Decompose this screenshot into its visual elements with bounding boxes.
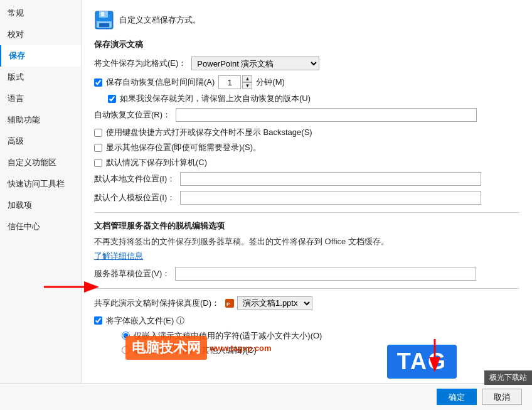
preserve-fidelity-label: 共享此演示文稿时保持保真度(D)： xyxy=(94,298,220,309)
sidebar-item-addins[interactable]: 加载项 xyxy=(0,195,81,216)
svg-text:P: P xyxy=(226,301,230,307)
default-template-label: 默认个人模板位置(I)： xyxy=(94,192,175,203)
default-save-checkbox[interactable] xyxy=(94,159,102,167)
svg-rect-4 xyxy=(99,23,109,27)
show-other-row: 显示其他保存位置(即使可能需要登录)(S)。 xyxy=(94,142,519,153)
header-text: 自定义文档保存方式。 xyxy=(119,14,201,26)
dialog-footer: 确定 取消 xyxy=(0,383,532,410)
embed-all-label: 嵌入所有字符(适于其他人编辑)(C) xyxy=(134,345,257,356)
sidebar-item-customize-ribbon[interactable]: 自定义功能区 xyxy=(0,152,81,173)
default-local-label: 默认本地文件位置(I)： xyxy=(94,173,175,185)
keyboard-row: 使用键盘快捷方式打开或保存文件时不显示 Backstage(S) xyxy=(94,127,519,138)
sidebar: 常规 校对 保存 版式 语言 辅助功能 高级 自定义功能区 xyxy=(0,0,82,383)
bottom-spacer xyxy=(94,359,519,384)
embed-only-label: 仅嵌入演示文稿中使用的字符(适于减小文件大小)(O) xyxy=(134,330,322,342)
embed-fonts-label: 将字体嵌入文件(E) ⓘ xyxy=(106,315,184,326)
autorecover-checkbox[interactable] xyxy=(108,95,116,103)
autosave-checkbox[interactable] xyxy=(94,78,102,87)
learn-more-link[interactable]: 了解详细信息 xyxy=(94,251,143,261)
embed-only-row: 仅嵌入演示文稿中使用的字符(适于减小文件大小)(O) xyxy=(122,330,519,342)
spinner-up-btn[interactable]: ▲ xyxy=(242,75,252,82)
default-save-label: 默认情况下保存到计算机(C) xyxy=(106,157,207,168)
embed-all-row: 嵌入所有字符(适于其他人编辑)(C) xyxy=(122,345,519,356)
dialog-content: 常规 校对 保存 版式 语言 辅助功能 高级 自定义功能区 xyxy=(0,0,532,383)
autosave-unit: 分钟(M) xyxy=(256,77,285,88)
svg-rect-2 xyxy=(101,12,104,16)
autorecover-label: 如果我没保存就关闭，请保留上次自动恢复的版本(U) xyxy=(120,93,311,104)
default-save-row: 默认情况下保存到计算机(C) xyxy=(94,157,519,168)
embed-all-radio[interactable] xyxy=(122,346,130,354)
autorecover-path-input[interactable]: D:\2345Downloads\ xyxy=(176,108,477,122)
autosave-row: 保存自动恢复信息时间间隔(A) ▲ ▼ 分钟(M) xyxy=(94,75,519,89)
autorecover-path-label: 自动恢复文位置(R)： xyxy=(94,109,171,121)
server-draft-input[interactable]: C:\Users\admin\Documents\SharePoint 草稿\ xyxy=(175,267,476,281)
autosave-value-input[interactable] xyxy=(218,75,241,89)
pptx-icon: P xyxy=(225,298,235,308)
format-select[interactable]: PowerPoint 演示文稿 PowerPoint 97-2003 演示文稿 … xyxy=(191,57,319,70)
embed-fonts-checkbox[interactable] xyxy=(94,316,102,325)
embed-only-radio[interactable] xyxy=(122,332,130,340)
divider-2 xyxy=(94,288,519,289)
default-template-input[interactable] xyxy=(180,191,481,205)
confirm-button[interactable]: 确定 xyxy=(437,389,477,405)
default-template-row: 默认个人模板位置(I)： xyxy=(94,191,519,205)
divider-1 xyxy=(94,212,519,213)
section-header: 自定义文档保存方式。 xyxy=(94,10,519,30)
default-local-row: 默认本地文件位置(I)： D:\2345Downloads xyxy=(94,172,519,186)
show-other-label: 显示其他保存位置(即使可能需要登录)(S)。 xyxy=(106,142,261,153)
main-content: 自定义文档保存方式。 保存演示文稿 将文件保存为此格式(E)： PowerPoi… xyxy=(82,0,532,383)
autosave-label: 保存自动恢复信息时间间隔(A) xyxy=(106,77,215,88)
format-label: 将文件保存为此格式(E)： xyxy=(94,58,186,69)
sidebar-item-accessibility[interactable]: 辅助功能 xyxy=(0,109,81,131)
sidebar-item-quick-access[interactable]: 快速访问工具栏 xyxy=(0,173,81,195)
autorecover-path-row: 自动恢复文位置(R)： D:\2345Downloads\ xyxy=(94,108,519,122)
autosave-spinner: ▲ ▼ xyxy=(218,75,252,89)
sidebar-item-trust-center[interactable]: 信任中心 xyxy=(0,216,81,237)
keyboard-checkbox[interactable] xyxy=(94,129,102,137)
sidebar-item-language[interactable]: 语言 xyxy=(0,88,81,109)
autorecover-row: 如果我没保存就关闭，请保留上次自动恢复的版本(U) xyxy=(108,93,519,104)
server-draft-row: 服务器草稿位置(V)： C:\Users\admin\Documents\Sha… xyxy=(94,267,519,281)
server-draft-label: 服务器草稿位置(V)： xyxy=(94,268,170,279)
default-local-input[interactable]: D:\2345Downloads xyxy=(180,172,481,186)
save-icon xyxy=(94,10,114,30)
save-presentation-title: 保存演示文稿 xyxy=(94,39,519,50)
sidebar-item-save[interactable]: 保存 xyxy=(0,45,81,67)
show-other-checkbox[interactable] xyxy=(94,144,102,152)
sidebar-item-layout[interactable]: 版式 xyxy=(0,67,81,88)
cancel-button[interactable]: 取消 xyxy=(482,389,522,405)
keyboard-label: 使用键盘快捷方式打开或保存文件时不显示 Backstage(S) xyxy=(106,127,312,138)
dialog: 常规 校对 保存 版式 语言 辅助功能 高级 自定义功能区 xyxy=(0,0,532,410)
sidebar-item-advanced[interactable]: 高级 xyxy=(0,131,81,152)
preserve-fidelity-row: 共享此演示文稿时保持保真度(D)： P 演示文稿1.pptx xyxy=(94,296,519,310)
document-server-title: 文档管理服务器文件的脱机编辑选项 xyxy=(94,220,519,232)
spinner-down-btn[interactable]: ▼ xyxy=(242,82,252,89)
fidelity-file-select[interactable]: 演示文稿1.pptx xyxy=(237,296,312,310)
embed-fonts-row: 将字体嵌入文件(E) ⓘ xyxy=(94,315,519,326)
document-server-info: 不再支持将签出的文件保存到服务器草稿。签出的文件将保存到 Office 文档缓存… xyxy=(94,235,519,248)
sidebar-item-general[interactable]: 常规 xyxy=(0,3,81,24)
sidebar-item-proofing[interactable]: 校对 xyxy=(0,24,81,45)
file-dropdown-group: P 演示文稿1.pptx xyxy=(225,296,312,310)
format-row: 将文件保存为此格式(E)： PowerPoint 演示文稿 PowerPoint… xyxy=(94,57,519,70)
